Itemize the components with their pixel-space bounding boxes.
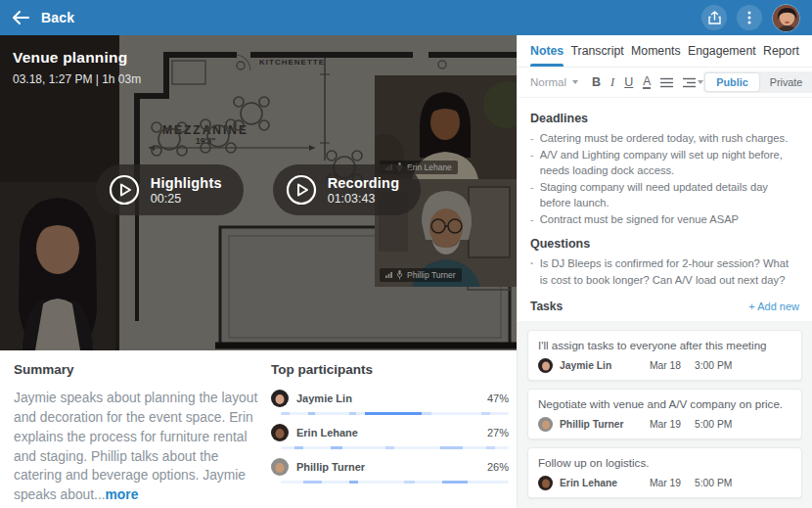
play-highlights-button[interactable]: Highlights 00:25	[96, 164, 244, 215]
talk-timeline-bar[interactable]	[281, 412, 509, 415]
more-options-button[interactable]	[737, 5, 762, 30]
public-toggle[interactable]: Public	[705, 73, 758, 91]
summary-section: Summary Jaymie speaks about planning the…	[14, 362, 262, 505]
participant-percent: 27%	[487, 427, 509, 439]
task-card[interactable]: Follow up on logistics. Erin Lehane Mar …	[527, 447, 802, 498]
talk-timeline-bar[interactable]	[281, 481, 509, 484]
deadline-item: Catering must be ordered today, with rus…	[530, 130, 799, 147]
talk-timeline-bar[interactable]	[281, 446, 509, 449]
question-item: Is DJ Bleeps is confirmed for 2-hour ses…	[530, 255, 799, 288]
underline-button[interactable]: U	[624, 76, 633, 89]
task-time: 3:00 PM	[695, 360, 732, 371]
task-date: Mar 19	[650, 419, 695, 430]
kebab-menu-icon	[747, 11, 751, 24]
task-text: I'll assign tasks to everyone after this…	[538, 339, 791, 351]
questions-heading: Questions	[530, 237, 799, 251]
chevron-down-icon	[572, 80, 578, 84]
back-button[interactable]: Back	[12, 10, 74, 25]
tasks-heading: Tasks	[530, 300, 563, 313]
meeting-datetime: 03.18, 1:27 PM | 1h 03m	[13, 72, 141, 86]
deadline-text: A/V and Lighting company will set up nig…	[540, 147, 799, 179]
deadline-text: Staging company will need updated detail…	[540, 179, 799, 211]
question-text: Is DJ Bleeps is confirmed for 2-hour ses…	[540, 255, 795, 288]
text-style-select[interactable]: Normal	[530, 76, 578, 88]
playback-buttons: Highlights 00:25 Recording 01:03:43	[0, 164, 517, 215]
avatar	[271, 390, 289, 407]
video-player: KITCHENETTE MEZZANINE 19'3"	[0, 35, 517, 350]
avatar	[271, 424, 289, 441]
recording-duration: 01:03:43	[328, 192, 400, 206]
deadline-item: Staging company will need updated detail…	[530, 179, 799, 211]
deadlines-heading: Deadlines	[530, 112, 799, 125]
private-toggle[interactable]: Private	[759, 73, 812, 91]
top-participants-section: Top participants Jaymie Lin 47% Erin Leh…	[271, 362, 509, 492]
participant-percent: 26%	[487, 461, 509, 473]
meeting-info-section: Summary Jaymie speaks about planning the…	[0, 350, 517, 508]
deadline-item: Contract must be signed for venue ASAP	[530, 211, 799, 228]
bullet-list-icon	[660, 77, 673, 88]
task-text: Negotiate with venue and A/V company on …	[538, 397, 791, 410]
share-button[interactable]	[701, 5, 727, 30]
bold-button[interactable]: B	[592, 76, 601, 89]
text-color-button[interactable]: A	[643, 75, 651, 89]
editor-toolbar: Normal B I U A Public Private	[518, 68, 812, 98]
floorplan-kitchenette-label: KITCHENETTE	[259, 58, 325, 67]
notes-content: Deadlines Catering must be ordered today…	[518, 98, 812, 508]
share-icon	[708, 11, 721, 24]
signal-icon	[385, 272, 392, 278]
highlights-label: Highlights	[151, 175, 222, 191]
bullet-list-button[interactable]	[660, 77, 673, 88]
deadline-text: Catering must be ordered today, with rus…	[540, 130, 789, 147]
visibility-toggle: Public Private	[703, 71, 812, 93]
avatar	[538, 358, 553, 373]
participants-title: Top participants	[271, 362, 509, 377]
deadline-item: A/V and Lighting company will set up nig…	[530, 147, 799, 179]
task-text: Follow up on logistics.	[538, 456, 791, 469]
notes-panel: Notes Transcript Moments Engagement Repo…	[517, 35, 812, 508]
task-time: 5:00 PM	[695, 478, 732, 488]
topbar-actions	[701, 4, 800, 32]
tab-engagement[interactable]: Engagement	[688, 35, 756, 67]
indent-list-icon	[683, 77, 696, 88]
participant-name-label: Phillip Turner	[407, 270, 456, 280]
tasks-header: Tasks + Add new	[530, 300, 799, 313]
back-arrow-icon	[12, 11, 29, 24]
back-label: Back	[41, 10, 74, 25]
tab-notes[interactable]: Notes	[530, 35, 564, 67]
avatar	[538, 476, 553, 490]
task-card[interactable]: I'll assign tasks to everyone after this…	[527, 330, 802, 381]
tab-report[interactable]: Report	[763, 35, 799, 67]
participant-nametag: Phillip Turner	[380, 268, 462, 282]
meeting-title: Venue planning	[13, 49, 141, 67]
tasks-list: I'll assign tasks to everyone after this…	[518, 321, 812, 508]
summary-more-link[interactable]: more	[106, 487, 139, 502]
participant-percent: 47%	[487, 393, 509, 404]
play-icon	[286, 174, 317, 206]
user-avatar[interactable]	[772, 4, 800, 32]
summary-body: Jaymie speaks about planning the layout …	[14, 391, 257, 502]
participant-row: Jaymie Lin 47%	[271, 390, 509, 415]
text-style-value: Normal	[530, 76, 566, 88]
play-icon	[109, 174, 140, 206]
task-assignee: Jaymie Lin	[560, 360, 650, 371]
mic-icon	[396, 270, 403, 279]
indent-list-button[interactable]	[683, 77, 703, 88]
participant-name: Jaymie Lin	[296, 393, 352, 404]
italic-button[interactable]: I	[610, 76, 614, 89]
play-recording-button[interactable]: Recording 01:03:43	[273, 164, 422, 215]
participant-name: Phillip Turner	[296, 461, 365, 473]
tab-transcript[interactable]: Transcript	[571, 35, 624, 67]
meeting-recording-page: Back	[0, 0, 812, 508]
participant-row: Phillip Turner 26%	[271, 458, 509, 484]
summary-title: Summary	[14, 362, 262, 377]
add-task-button[interactable]: + Add new	[748, 300, 799, 312]
task-card[interactable]: Negotiate with venue and A/V company on …	[527, 389, 802, 439]
recording-label: Recording	[328, 175, 400, 191]
deadline-text: Contract must be signed for venue ASAP	[540, 211, 739, 228]
avatar	[538, 417, 553, 432]
participant-name: Erin Lehane	[296, 427, 358, 439]
task-assignee: Phillip Turner	[560, 419, 650, 430]
tab-moments[interactable]: Moments	[631, 35, 681, 67]
task-assignee: Erin Lehane	[560, 478, 650, 488]
top-bar: Back	[0, 0, 812, 35]
